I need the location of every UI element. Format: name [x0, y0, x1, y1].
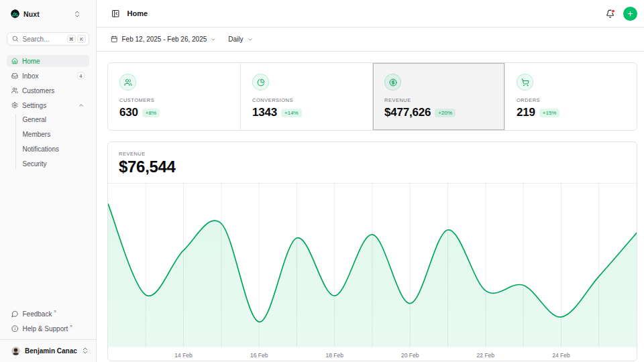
stat-card-conversions[interactable]: CONVERSIONS 1343 +14% — [240, 63, 372, 130]
stat-value: 1343 — [252, 106, 277, 119]
page-title: Home — [127, 9, 148, 17]
avatar — [11, 347, 20, 355]
arrow-up-right-icon — [53, 310, 57, 314]
sidebar-item-label: Inbox — [22, 72, 77, 80]
stat-change-badge: +14% — [281, 109, 302, 117]
help-support-link[interactable]: Help & Support — [7, 323, 89, 335]
arrow-up-right-icon — [69, 324, 73, 328]
user-name: Benjamin Canac — [25, 347, 81, 355]
header: Home — [97, 0, 644, 27]
sidebar-item-members[interactable]: Members — [23, 129, 90, 140]
shopping-cart-icon — [517, 74, 533, 90]
stat-change-badge: +20% — [435, 109, 455, 117]
stat-card-customers[interactable]: CUSTOMERS 630 +8% — [108, 63, 240, 130]
stats-row: CUSTOMERS 630 +8% CONVERSIONS 1343 +14% — [107, 62, 637, 131]
sidebar-nav: Home Inbox 4 Customers — [7, 55, 89, 170]
sidebar-item-home[interactable]: Home — [7, 55, 89, 67]
sidebar-item-customers[interactable]: Customers — [7, 84, 89, 97]
nuxt-logo — [11, 9, 19, 18]
search-input[interactable]: Search... K — [7, 32, 89, 46]
stat-label: CONVERSIONS — [252, 97, 362, 103]
notifications-button[interactable] — [606, 9, 614, 18]
toolbar: Feb 12, 2025 - Feb 26, 2025 Daily — [97, 27, 644, 52]
plus-icon — [627, 10, 634, 17]
stat-label: ORDERS — [517, 97, 626, 103]
stat-change-badge: +8% — [142, 109, 160, 117]
command-icon — [69, 37, 74, 42]
stat-card-revenue[interactable]: REVENUE $477,626 +20% — [372, 63, 504, 130]
chevron-up-icon — [78, 102, 85, 109]
svg-text:24 Feb: 24 Feb — [552, 352, 570, 359]
user-menu[interactable]: Benjamin Canac — [0, 339, 96, 362]
panel-left-close-icon — [111, 9, 120, 18]
workspace-switcher[interactable]: Nuxt — [7, 7, 89, 21]
stat-card-orders[interactable]: ORDERS 219 +15% — [504, 63, 637, 130]
stat-value: 630 — [119, 106, 138, 119]
granularity-label: Daily — [228, 36, 243, 43]
chevrons-up-down-icon — [73, 10, 81, 18]
chevron-down-icon — [211, 37, 216, 42]
notification-dot — [611, 9, 615, 13]
granularity-select[interactable]: Daily — [225, 36, 256, 43]
collapse-sidebar-button[interactable] — [111, 8, 121, 19]
add-button[interactable] — [623, 7, 637, 21]
help-support-label: Help & Support — [23, 325, 68, 333]
sidebar-item-settings[interactable]: Settings — [7, 99, 89, 111]
sidebar-item-inbox[interactable]: Inbox 4 — [7, 70, 89, 82]
svg-text:20 Feb: 20 Feb — [401, 352, 419, 359]
revenue-chart[interactable]: 14 Feb16 Feb18 Feb20 Feb22 Feb24 Feb — [108, 183, 637, 361]
svg-text:14 Feb: 14 Feb — [174, 352, 193, 359]
chevron-down-icon — [248, 37, 253, 42]
kbd-meta — [67, 35, 76, 43]
chart-pie-icon — [252, 74, 269, 90]
calendar-icon — [111, 36, 118, 43]
stat-change-badge: +15% — [539, 109, 560, 117]
revenue-chart-card: REVENUE $76,544 14 Feb16 Feb18 Feb20 Feb… — [107, 141, 637, 361]
workspace-name: Nuxt — [23, 10, 73, 18]
kbd-k: K — [77, 35, 86, 43]
users-icon — [11, 87, 18, 94]
stat-label: REVENUE — [384, 97, 494, 103]
sidebar-item-general[interactable]: General — [23, 114, 90, 125]
svg-text:18 Feb: 18 Feb — [325, 352, 343, 359]
gear-icon — [11, 102, 18, 109]
search-icon — [12, 36, 19, 42]
date-range-label: Feb 12, 2025 - Feb 26, 2025 — [122, 36, 207, 43]
svg-text:16 Feb: 16 Feb — [250, 352, 268, 359]
message-circle-icon — [11, 310, 19, 318]
stat-value: 219 — [517, 106, 535, 119]
chevrons-up-down-icon — [81, 347, 89, 355]
chart-label: REVENUE — [119, 151, 626, 157]
sidebar-item-label: Customers — [22, 87, 85, 95]
settings-subnav: General Members Notifications Security — [15, 114, 90, 170]
house-icon — [11, 58, 18, 64]
app: Nuxt Search... K — [0, 0, 644, 362]
content: CUSTOMERS 630 +8% CONVERSIONS 1343 +14% — [97, 52, 644, 362]
feedback-label: Feedback — [23, 310, 52, 318]
date-range-picker[interactable]: Feb 12, 2025 - Feb 26, 2025 — [107, 36, 219, 43]
circle-dollar-icon — [384, 74, 401, 90]
search-placeholder: Search... — [23, 36, 66, 43]
main: Home Feb 12, 2025 - Feb 26, 2025 — [97, 0, 644, 362]
sidebar-item-label: Home — [22, 58, 85, 65]
sidebar-item-label: Settings — [22, 102, 78, 109]
sidebar-item-security[interactable]: Security — [23, 158, 90, 170]
stat-label: CUSTOMERS — [119, 97, 229, 103]
stat-value: $477,626 — [384, 106, 431, 119]
sidebar: Nuxt Search... K — [0, 0, 97, 362]
info-icon — [11, 325, 19, 333]
inbox-count-badge: 4 — [77, 72, 85, 80]
inbox-icon — [11, 72, 18, 79]
sidebar-item-notifications[interactable]: Notifications — [23, 143, 90, 155]
svg-text:22 Feb: 22 Feb — [477, 352, 495, 359]
feedback-link[interactable]: Feedback — [7, 308, 89, 320]
users-icon — [119, 74, 136, 90]
chart-value: $76,544 — [119, 158, 626, 176]
